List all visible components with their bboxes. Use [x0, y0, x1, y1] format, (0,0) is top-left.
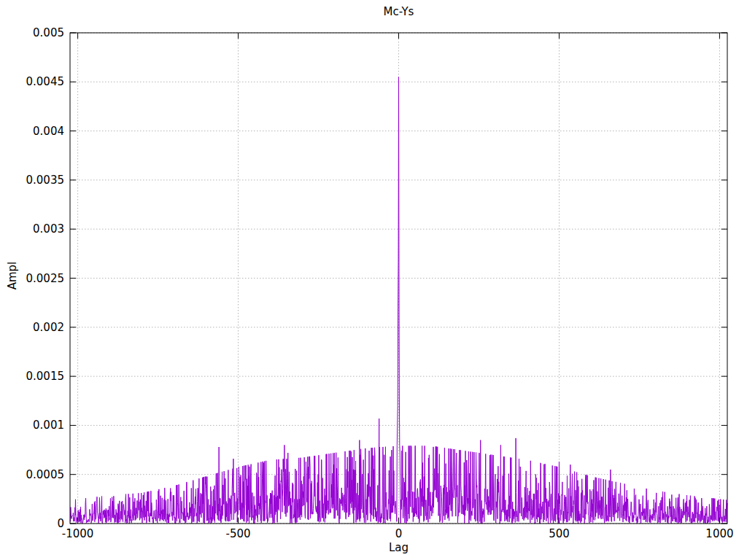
y-tick-label: 0.0015: [0, 370, 64, 383]
x-tick-label: -500: [209, 527, 268, 540]
x-tick-label: -1000: [49, 527, 107, 540]
chart-window: Mc-Ys Ampl Lag 00.00050.0010.00150.0020.…: [0, 0, 747, 560]
y-tick-label: 0.005: [0, 26, 64, 39]
x-axis-title: Lag: [70, 541, 727, 554]
x-tick-label: 500: [530, 527, 588, 540]
plot-area: [0, 0, 747, 560]
y-tick-label: 0.0025: [0, 272, 64, 285]
y-tick-label: 0.002: [0, 321, 64, 334]
y-tick-label: 0.003: [0, 222, 64, 236]
y-tick-label: 0.0045: [0, 75, 64, 88]
y-tick-label: 0.004: [0, 125, 64, 138]
y-tick-label: 0.0035: [0, 174, 64, 187]
x-tick-label: 1000: [690, 527, 747, 540]
chart-title: Mc-Ys: [70, 5, 727, 18]
x-tick-label: 0: [370, 527, 428, 540]
y-tick-label: 0.0005: [0, 468, 64, 481]
y-tick-label: 0.001: [0, 419, 64, 432]
